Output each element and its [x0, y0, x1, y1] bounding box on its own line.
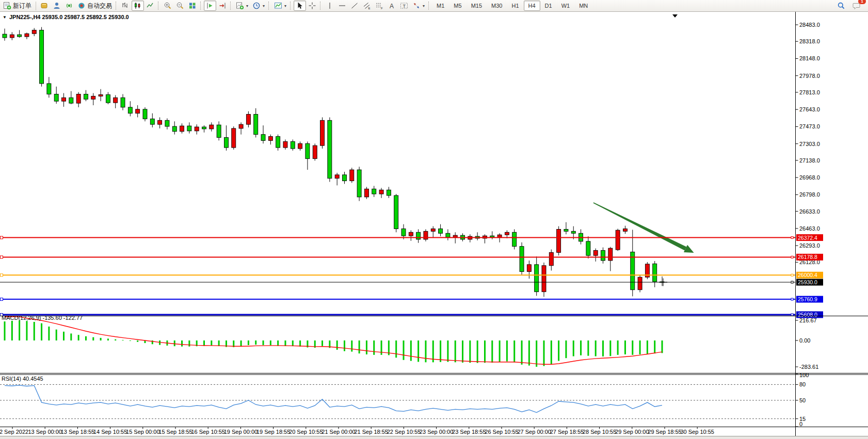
timeframe-h4-button[interactable]: H4	[524, 1, 540, 11]
candle-down	[3, 34, 7, 38]
svg-text:27 Sep 18:55: 27 Sep 18:55	[550, 429, 584, 435]
market-watch-button[interactable]	[38, 1, 51, 11]
horizontal-scrollbar[interactable]	[0, 436, 868, 439]
hline-anchor[interactable]	[1, 256, 3, 258]
hline-axis-anchor	[791, 314, 793, 316]
candle-up	[25, 34, 29, 37]
zoom-out-button[interactable]	[174, 1, 186, 11]
timeframe-label: M30	[489, 3, 504, 9]
timeframe-mn-button[interactable]: MN	[574, 1, 592, 11]
candle-up	[114, 97, 118, 103]
dropdown-caret-icon: ▾	[284, 4, 286, 8]
candle-up	[379, 190, 383, 194]
timeframe-h1-button[interactable]: H1	[507, 1, 523, 11]
accounts-button[interactable]	[51, 1, 63, 11]
fibonacci-tool-button[interactable]: F	[373, 1, 385, 11]
svg-text:27643.0: 27643.0	[799, 106, 820, 112]
hline-axis-anchor	[791, 237, 793, 239]
toolbar: 新订单 自动交易 ▾ ▾ ▾ E F A T	[0, 0, 868, 12]
svg-text:26968.0: 26968.0	[799, 174, 820, 181]
search-button[interactable]	[835, 1, 847, 11]
indicators-button[interactable]: ▾	[272, 1, 288, 11]
svg-text:26463.0: 26463.0	[799, 225, 820, 232]
new-order-icon	[3, 2, 11, 10]
crosshair-icon	[308, 2, 316, 10]
channel-tool-button[interactable]: E	[361, 1, 373, 11]
arrows-tool-button[interactable]: ▾	[410, 1, 427, 11]
timeframe-label: M5	[452, 3, 463, 9]
svg-text:22 Sep 10:55: 22 Sep 10:55	[387, 429, 421, 435]
candle-up	[320, 120, 325, 145]
hline-anchor[interactable]	[1, 274, 3, 277]
svg-text:26293.0: 26293.0	[799, 242, 820, 249]
candlestick-mode-button[interactable]	[132, 1, 144, 11]
chart-background[interactable]	[0, 12, 868, 439]
hline-anchor[interactable]	[1, 298, 3, 301]
cursor-tool-button[interactable]	[294, 1, 306, 11]
line-chart-mode-button[interactable]	[144, 1, 156, 11]
new-chart-button[interactable]: ▾	[234, 1, 250, 11]
toolbar-separator	[36, 2, 36, 10]
candle-up	[313, 145, 317, 158]
candle-up	[424, 231, 428, 239]
candle-down	[224, 138, 228, 148]
zoom-in-button[interactable]	[162, 1, 174, 11]
svg-text:E: E	[368, 7, 371, 10]
auto-scroll-button[interactable]	[204, 1, 216, 11]
auto-trading-button[interactable]: 自动交易	[75, 1, 114, 11]
symbol-dropdown-icon[interactable]: ▼	[3, 15, 7, 20]
timeframe-m15-button[interactable]: M15	[467, 1, 487, 11]
timeframe-m1-button[interactable]: M1	[432, 1, 449, 11]
candle-down	[653, 264, 657, 282]
chart-title-bar[interactable]: ▼ JPN225-,H4 25935.0 25987.5 25892.5 259…	[3, 14, 129, 20]
signal-button[interactable]	[63, 1, 75, 11]
candle-up	[91, 96, 95, 99]
hline-axis-anchor	[791, 281, 793, 283]
candle-down	[291, 141, 295, 149]
new-order-button[interactable]: 新订单	[1, 1, 34, 11]
svg-text:29 Sep 00:00: 29 Sep 00:00	[615, 429, 649, 435]
profiles-button[interactable]: ▾	[250, 1, 267, 11]
candle-down	[69, 97, 73, 103]
candle-down	[84, 94, 88, 99]
hline-anchor[interactable]	[1, 236, 3, 239]
svg-text:216.67: 216.67	[799, 317, 817, 323]
horizontal-line-tool-button[interactable]	[336, 1, 348, 11]
candle-down	[571, 231, 575, 233]
text-label-tool-button[interactable]: T	[398, 1, 410, 11]
candle-up	[364, 189, 368, 197]
new-chart-icon	[236, 2, 244, 10]
text-tool-button[interactable]: A	[385, 1, 398, 11]
svg-text:12 Sep 2022: 12 Sep 2022	[0, 429, 28, 435]
svg-text:RSI(14) 40.4545: RSI(14) 40.4545	[2, 376, 43, 382]
hline-axis-anchor	[791, 256, 793, 258]
crosshair-tool-button[interactable]	[306, 1, 318, 11]
auto-scroll-icon	[206, 2, 214, 10]
svg-text:23 Sep 00:00: 23 Sep 00:00	[420, 429, 453, 435]
chart-shift-button[interactable]	[216, 1, 229, 11]
candle-down	[172, 126, 176, 132]
vertical-line-tool-button[interactable]	[324, 1, 336, 11]
trendline-tool-button[interactable]	[348, 1, 361, 11]
auto-trading-icon	[77, 2, 86, 10]
price-chart[interactable]: 28483.028318.028148.027978.027813.027643…	[0, 12, 868, 439]
toolbar-grip	[428, 2, 430, 10]
timeframe-d1-button[interactable]: D1	[540, 1, 557, 11]
zoom-in-icon	[164, 2, 172, 10]
candle-down	[416, 232, 421, 239]
timeframe-w1-button[interactable]: W1	[557, 1, 575, 11]
candle-down	[372, 189, 376, 194]
timeframe-m30-button[interactable]: M30	[487, 1, 507, 11]
candle-down	[40, 30, 44, 84]
bar-chart-mode-button[interactable]	[119, 1, 132, 11]
candle-up	[99, 94, 103, 96]
svg-text:21 Sep 00:00: 21 Sep 00:00	[322, 429, 355, 435]
svg-text:MACD(12,26,9) -135.60 -122.77: MACD(12,26,9) -135.60 -122.77	[2, 315, 83, 321]
timeframe-m5-button[interactable]: M5	[449, 1, 466, 11]
candle-up	[505, 232, 509, 235]
signal-icon	[65, 2, 73, 10]
candle-up	[195, 127, 199, 131]
tile-windows-button[interactable]	[186, 1, 199, 11]
auto-trading-label: 自动交易	[87, 2, 112, 10]
notification-badge[interactable]: 1	[858, 0, 866, 4]
